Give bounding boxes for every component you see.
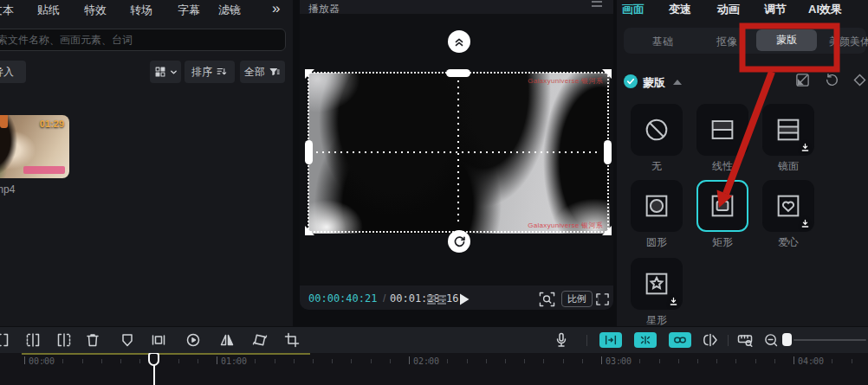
- thumbnail-watermark: [23, 166, 65, 174]
- media-badge: [0, 115, 8, 128]
- sort-icon: [216, 66, 228, 78]
- mask-option-heart[interactable]: [762, 180, 814, 232]
- shield-icon[interactable]: [119, 331, 136, 349]
- timeline-zoom-slider-knob[interactable]: [782, 333, 792, 346]
- player-panel: 播放器 Galaxyuniverse 银河系 Galaxyuniverse 银河…: [300, 0, 613, 310]
- tab-speed[interactable]: 变速: [669, 2, 691, 17]
- cut-right-icon[interactable]: [55, 331, 73, 349]
- chevron-down-icon: [170, 68, 178, 76]
- media-item-thumbnail[interactable]: 01:29: [0, 115, 69, 178]
- cut-left-icon[interactable]: [24, 331, 42, 349]
- toolbar-divider: [728, 335, 729, 346]
- invert-mask-icon[interactable]: [795, 73, 810, 87]
- freeze-frame-icon[interactable]: [150, 331, 167, 349]
- ruler-label: 02:00: [413, 356, 439, 366]
- crop-icon[interactable]: [283, 331, 301, 349]
- view-mode-button[interactable]: [150, 61, 181, 83]
- mask-option-mirror[interactable]: [762, 104, 814, 156]
- mask-label: 矩形: [696, 235, 748, 250]
- timeline-zoom-slider-track[interactable]: [794, 339, 866, 341]
- split-screen-icon[interactable]: [426, 294, 447, 305]
- tab-effects[interactable]: 特效: [84, 3, 107, 18]
- tab-picture[interactable]: 画面: [622, 2, 645, 17]
- rotate-icon: [453, 235, 466, 248]
- mask-option-star[interactable]: [631, 258, 683, 310]
- collapse-section-icon[interactable]: [673, 80, 682, 85]
- toolbar-divider: [586, 335, 587, 346]
- playhead-handle[interactable]: [148, 353, 159, 366]
- mask-handle-right[interactable]: [604, 140, 612, 164]
- download-icon: [669, 297, 678, 306]
- timeline-ruler[interactable]: 00:00 01:00 02:00 03:00 04:00: [0, 353, 868, 385]
- double-chevron-up-icon: [453, 35, 465, 48]
- zoom-out-icon[interactable]: [763, 332, 780, 348]
- fullscreen-icon[interactable]: [595, 292, 610, 306]
- mask-feather-button[interactable]: [448, 30, 470, 53]
- mask-handle-left[interactable]: [305, 140, 313, 164]
- tab-filters[interactable]: 滤镜: [218, 3, 241, 18]
- mask-option-circle[interactable]: [631, 180, 683, 232]
- mask-label: 无: [631, 159, 683, 174]
- mask-label: 镜面: [762, 159, 814, 174]
- media-filename: mp4: [0, 183, 15, 196]
- keyframe-icon[interactable]: [852, 73, 867, 87]
- ruler-label: 00:00: [29, 356, 55, 366]
- player-stage: Galaxyuniverse 银河系 Galaxyuniverse 银河系: [300, 14, 613, 286]
- tab-adjust[interactable]: 调节: [764, 2, 787, 17]
- subtab-basic[interactable]: 基础: [652, 35, 673, 49]
- subtab-beauty[interactable]: 美颜美体: [829, 35, 868, 49]
- more-tabs-icon[interactable]: »: [272, 0, 278, 17]
- filter-button[interactable]: 全部: [240, 61, 285, 83]
- mask-label: 爱心: [762, 235, 814, 250]
- ruler-label: 01:00: [221, 356, 247, 366]
- tab-text[interactable]: 文本: [0, 3, 14, 18]
- video-watermark-top: Galaxyuniverse 银河系: [528, 76, 603, 86]
- tab-ai-effects[interactable]: AI效果: [808, 2, 842, 17]
- auto-snap-toggle[interactable]: [634, 332, 657, 348]
- search-input[interactable]: [0, 29, 286, 51]
- mirror-icon[interactable]: [218, 331, 236, 349]
- ratio-button[interactable]: 比例: [561, 291, 593, 307]
- reverse-play-icon[interactable]: [185, 331, 202, 349]
- filter-button-label: 全部: [244, 65, 265, 80]
- filter-icon: [269, 66, 281, 78]
- download-icon: [800, 143, 810, 152]
- subtab-keying[interactable]: 抠像: [716, 35, 737, 49]
- play-button[interactable]: [458, 292, 470, 306]
- mask-option-linear[interactable]: [696, 104, 748, 156]
- delete-icon[interactable]: [84, 331, 101, 349]
- import-button[interactable]: 导入: [0, 61, 26, 83]
- current-time: 00:00:40:21: [308, 292, 377, 305]
- ruler-label: 03:00: [606, 356, 632, 366]
- subtab-mask[interactable]: 蒙版: [756, 29, 817, 51]
- record-audio-icon[interactable]: [553, 331, 570, 349]
- tab-captions[interactable]: 字幕: [178, 3, 200, 18]
- mask-label: 星形: [631, 313, 683, 326]
- tab-sticker[interactable]: 贴纸: [37, 3, 60, 18]
- mask-label: 圆形: [631, 235, 683, 250]
- magnet-toggle[interactable]: [599, 332, 622, 348]
- mask-section-title: 蒙版: [643, 75, 665, 91]
- mask-label: 线性: [696, 159, 748, 174]
- video-watermark-bottom: Galaxyuniverse 银河系: [528, 221, 603, 230]
- mask-handle-top[interactable]: [446, 69, 470, 77]
- frame-search-icon[interactable]: [539, 292, 555, 307]
- media-library-panel: 文本 贴纸 特效 转场 字幕 滤镜 » 导入 排序 全部 01:29 mp4: [0, 0, 293, 326]
- mask-option-none[interactable]: [631, 104, 683, 156]
- player-menu-icon[interactable]: [591, 0, 603, 9]
- mask-rotate-button[interactable]: [448, 230, 470, 253]
- split-icon[interactable]: [0, 331, 11, 349]
- mask-enabled-checkbox[interactable]: [624, 74, 638, 88]
- time-separator: /: [383, 292, 385, 305]
- preview-axis-icon[interactable]: [702, 332, 719, 348]
- fit-timeline-icon[interactable]: [736, 332, 754, 348]
- sort-button[interactable]: 排序: [185, 61, 235, 83]
- rotate-clip-icon[interactable]: [251, 331, 269, 349]
- tab-animation[interactable]: 动画: [717, 2, 740, 17]
- player-controls: 00:00:40:21 / 00:01:28:16 比例: [300, 290, 613, 309]
- timeline-toolbar: [0, 327, 868, 353]
- tab-transition[interactable]: 转场: [130, 3, 152, 18]
- link-toggle[interactable]: [669, 332, 691, 348]
- reset-icon[interactable]: [825, 73, 839, 87]
- mask-option-rectangle[interactable]: [696, 180, 748, 232]
